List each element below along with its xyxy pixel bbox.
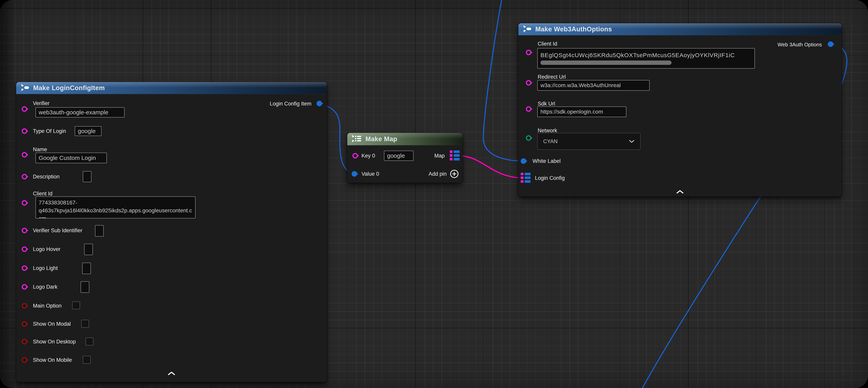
client-id-pin[interactable] (22, 200, 27, 206)
show-on-desktop-checkbox[interactable] (86, 337, 93, 346)
white-label-pin[interactable] (521, 158, 526, 164)
verifier-pin[interactable] (22, 106, 27, 112)
redirect-url-label: Redirect Url (538, 74, 566, 80)
chevron-down-icon (629, 139, 634, 145)
description-input[interactable] (83, 171, 91, 182)
add-pin-icon[interactable] (450, 170, 459, 178)
key0-pin[interactable] (352, 153, 358, 158)
client-id-input[interactable]: BEglQSgt4cUWcj6SKRdu5QkOXTsePmMcusG5EAoy… (537, 48, 755, 69)
description-pin[interactable] (22, 174, 27, 179)
type-of-login-pin[interactable] (22, 128, 27, 134)
add-pin-label: Add pin (429, 171, 446, 177)
node-title: Make Map (365, 135, 397, 143)
main-option-checkbox[interactable] (72, 301, 80, 309)
verifier-sub-identifier-label: Verifier Sub Identifier (33, 227, 82, 234)
name-pin[interactable] (22, 152, 27, 157)
show-on-desktop-label: Show On Desktop (33, 338, 76, 345)
blueprint-graph-canvas[interactable]: Make LoginConfigItem Verifier web3auth-g… (0, 0, 868, 388)
client-id-input[interactable]: 774338308167-q463s7kpvja16l4l0kko3nb925i… (35, 197, 195, 218)
show-on-desktop-pin[interactable] (22, 339, 27, 345)
client-id-scrollbar[interactable] (540, 61, 672, 65)
verifier-sub-identifier-input[interactable] (95, 225, 104, 237)
show-on-modal-checkbox[interactable] (81, 320, 89, 328)
logo-hover-pin[interactable] (22, 246, 27, 252)
value0-label: Value 0 (362, 171, 379, 177)
show-on-mobile-checkbox[interactable] (83, 356, 91, 364)
map-output-label: Map (434, 153, 445, 159)
verifier-input[interactable]: web3auth-google-example (35, 107, 125, 118)
logo-hover-input[interactable] (84, 244, 93, 255)
sdk-url-pin[interactable] (526, 106, 531, 112)
collapse-chevron-icon[interactable] (167, 371, 176, 376)
redirect-url-pin[interactable] (526, 80, 531, 86)
logo-light-label: Logo Light (33, 265, 58, 271)
main-option-pin[interactable] (22, 303, 27, 308)
output-web3auth-options-pin[interactable] (828, 41, 833, 47)
client-id-pin[interactable] (526, 50, 531, 55)
show-on-modal-pin[interactable] (22, 321, 27, 327)
logo-light-pin[interactable] (22, 265, 27, 271)
logo-hover-label: Logo Hover (33, 246, 61, 252)
logo-light-input[interactable] (82, 263, 91, 274)
node-make-map[interactable]: Make Map Key 0 google Map Value 0 Add pi… (347, 133, 462, 183)
network-pin[interactable] (526, 135, 531, 141)
name-input[interactable]: Google Custom Login (35, 153, 107, 163)
output-login-config-item-pin[interactable] (316, 101, 322, 106)
client-id-label: Client Id (538, 40, 557, 47)
node-header[interactable]: Make Map (347, 133, 462, 146)
client-id-label: Client Id (33, 190, 53, 197)
node-title: Make LoginConfigItem (33, 84, 105, 92)
main-option-label: Main Option (33, 303, 62, 309)
value0-pin[interactable] (352, 171, 357, 177)
name-label: Name (33, 146, 47, 153)
show-on-mobile-label: Show On Mobile (33, 357, 72, 363)
redirect-url-input[interactable]: w3a://com.w3a.Web3AuthUnreal (537, 80, 650, 91)
show-on-mobile-pin[interactable] (22, 357, 27, 363)
sdk-url-label: Sdk Url (538, 100, 555, 107)
type-of-login-input[interactable]: google (75, 126, 101, 136)
network-dropdown[interactable]: CYAN (537, 133, 641, 150)
logo-dark-input[interactable] (81, 281, 89, 293)
output-web3auth-options-label: Web 3Auth Options (778, 41, 822, 48)
node-title: Make Web3AuthOptions (535, 25, 612, 33)
login-config-pin[interactable] (521, 173, 531, 183)
logo-dark-label: Logo Dark (33, 284, 58, 290)
node-make-web3authoptions[interactable]: Make Web3AuthOptions Client Id BEglQSgt4… (518, 23, 842, 197)
node-make-loginconfigitem[interactable]: Make LoginConfigItem Verifier web3auth-g… (16, 82, 327, 382)
make-struct-icon (21, 83, 30, 92)
node-header[interactable]: Make LoginConfigItem (16, 82, 327, 94)
output-login-config-item-label: Login Config Item (270, 100, 311, 107)
show-on-modal-label: Show On Modal (33, 321, 71, 327)
logo-dark-pin[interactable] (22, 284, 27, 290)
client-id-text: BEglQSgt4cUWcj6SKRdu5QkOXTsePmMcusG5EAoy… (540, 52, 735, 59)
network-selected-value: CYAN (543, 139, 558, 145)
description-label: Description (33, 174, 60, 180)
wire-map-to-loginconfig (458, 155, 524, 178)
collapse-chevron-icon[interactable] (676, 190, 684, 195)
verifier-label: Verifier (33, 100, 50, 107)
key0-input[interactable]: google (384, 151, 413, 161)
sdk-url-input[interactable]: https://sdk.openlogin.com (537, 107, 626, 117)
make-struct-icon (523, 25, 532, 34)
map-output-pin[interactable] (450, 150, 460, 160)
verifier-sub-identifier-pin[interactable] (22, 228, 27, 233)
node-header[interactable]: Make Web3AuthOptions (518, 23, 842, 35)
key0-label: Key 0 (362, 153, 375, 159)
login-config-label: Login Config (535, 175, 565, 181)
white-label-label: White Label (532, 158, 561, 164)
type-of-login-label: Type Of Login (33, 128, 66, 134)
wire-offscreen-to-whitelabel (483, 0, 524, 161)
make-map-icon (352, 135, 362, 144)
